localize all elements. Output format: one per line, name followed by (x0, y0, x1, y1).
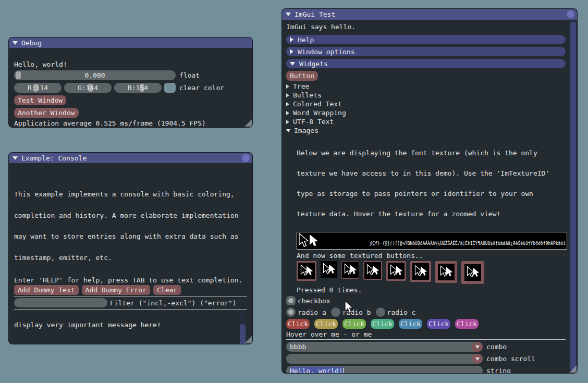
resize-grip[interactable] (244, 336, 252, 343)
click-button-7[interactable]: Click (455, 319, 479, 329)
hello-world-text: Hello, world! (14, 61, 247, 68)
radio-a-label: radio a (298, 308, 326, 316)
add-dummy-error-button[interactable]: Add Dummy Error (82, 285, 150, 295)
blue-value: B:154 (128, 84, 148, 92)
red-value: R:114 (28, 84, 48, 92)
image-button[interactable] (363, 261, 382, 280)
combo-scroll-row: combo scroll (286, 354, 566, 364)
header-window-options[interactable]: Window options (286, 47, 566, 56)
expand-arrow-icon (286, 84, 289, 89)
cursor-glyphs-icon (297, 232, 320, 249)
combo-arrow-button[interactable] (472, 354, 483, 364)
collapse-arrow-icon[interactable] (13, 156, 18, 160)
green-value: G:144 (78, 84, 98, 92)
chevron-down-icon (475, 345, 480, 349)
tree-node-utf8-text[interactable]: UTF-8 Text (286, 118, 566, 125)
window-scrollbar[interactable] (570, 20, 577, 372)
fps-stats-text: Application average 0.525 ms/frame (1904… (14, 120, 247, 127)
collapse-arrow-icon[interactable] (13, 41, 18, 45)
image-button[interactable] (435, 261, 457, 283)
string-input[interactable]: Hello, world! (286, 366, 483, 374)
hover-text: Hover over me - or me (286, 331, 566, 338)
images-description-text: Below we are displaying the font texture… (297, 136, 566, 231)
tree-node-colored-text[interactable]: Colored Text (286, 101, 566, 107)
image-button[interactable] (410, 261, 431, 282)
green-slider[interactable]: G:144 (64, 83, 112, 93)
window-title: ImGui Test (295, 10, 335, 18)
image-button[interactable] (461, 261, 484, 284)
red-slider[interactable]: R:114 (14, 83, 62, 93)
radio-a[interactable] (286, 307, 296, 317)
tree-node-word-wrapping[interactable]: Word Wrapping (286, 109, 566, 116)
header-help[interactable]: Help (286, 35, 566, 44)
image-button[interactable] (386, 261, 406, 281)
expand-arrow-icon[interactable] (290, 37, 293, 42)
tree-node-tree[interactable]: Tree (286, 83, 566, 90)
header-widgets[interactable]: Widgets (286, 59, 566, 68)
combo-box[interactable]: bbbb (286, 342, 483, 352)
debug-titlebar[interactable]: Debug (9, 38, 252, 48)
test-window-button[interactable]: Test Window (14, 95, 66, 105)
combo-scroll-label: combo scroll (486, 355, 535, 363)
radio-b[interactable] (331, 307, 340, 317)
console-help-text: Enter 'HELP' for help, press TAB to use … (14, 277, 247, 283)
resize-grip[interactable] (569, 365, 577, 373)
radio-c[interactable] (376, 307, 385, 317)
pressed-count-text: Pressed 0 times. (297, 287, 566, 293)
separator (286, 339, 566, 340)
console-titlebar[interactable]: Example: Console (9, 153, 252, 163)
imgui-test-window: ImGui Test ImGui says hello. Help Window… (281, 8, 578, 374)
click-button-4[interactable]: Click (371, 319, 394, 329)
window-scrollbar-thumb[interactable] (570, 21, 576, 371)
click-button-3[interactable]: Click (342, 319, 366, 329)
console-window: Example: Console This example implements… (8, 152, 253, 344)
expand-arrow-icon[interactable] (290, 49, 293, 54)
string-input-label: string (486, 367, 511, 374)
font-texture-image[interactable]: ýÇf}·{ÿj()[]‖%ÝBÑòÙÓóÃÂÀÀô½¼ÙÚŽŠÂÉÊ/å|ÈÞ… (297, 232, 567, 250)
window-title: Debug (21, 39, 42, 47)
image-button[interactable] (341, 261, 359, 279)
console-intro-text: This example implements a console with b… (14, 177, 247, 275)
chevron-down-icon (475, 357, 480, 361)
log-line: some text (14, 343, 247, 344)
hello-text: ImGui says hello. (286, 23, 566, 30)
text-caret (343, 368, 344, 374)
combo-row: bbbb combo (286, 342, 566, 352)
checkbox-row: checkbox (286, 296, 566, 305)
blue-slider[interactable]: B:154 (114, 83, 162, 93)
another-window-button[interactable]: Another Window (14, 108, 79, 118)
image-button[interactable] (321, 261, 337, 278)
filter-input[interactable] (14, 298, 107, 307)
tree-node-bullets[interactable]: Bullets (286, 92, 566, 98)
image-button[interactable] (297, 261, 316, 281)
tree-node-images[interactable]: Images (286, 127, 566, 134)
close-icon[interactable] (567, 10, 574, 18)
slider-grab[interactable] (16, 71, 21, 79)
checkbox[interactable] (286, 296, 296, 305)
expand-arrow-icon (286, 93, 289, 97)
console-log[interactable]: display very important message here! som… (14, 311, 247, 344)
window-title: Example: Console (21, 154, 87, 162)
font-texture-glyphs: ýÇf}·{ÿj()[]‖%ÝBÑòÙÓóÃÂÀÀô½¼ÙÚŽŠÂÉÊ/å|ÈÞ… (320, 232, 567, 249)
combo-arrow-button[interactable] (472, 342, 483, 352)
collapse-arrow-icon[interactable] (286, 13, 291, 16)
float-slider-label: float (179, 71, 200, 79)
combo-label: combo (486, 343, 507, 351)
click-buttons-row: Click Click Click Click Click Click Clic… (286, 319, 566, 329)
button-widget[interactable]: Button (286, 71, 318, 81)
test-titlebar[interactable]: ImGui Test (282, 9, 577, 20)
click-button-2[interactable]: Click (314, 319, 338, 329)
close-icon[interactable] (242, 154, 250, 162)
resize-grip[interactable] (244, 119, 252, 127)
clear-button[interactable]: Clear (153, 285, 181, 295)
float-slider[interactable]: 0.000 (14, 70, 176, 80)
click-button-5[interactable]: Click (399, 319, 422, 329)
click-button-1[interactable]: Click (286, 319, 310, 329)
click-button-6[interactable]: Click (427, 319, 450, 329)
collapse-arrow-icon[interactable] (290, 62, 295, 66)
combo-scroll-box[interactable] (286, 354, 483, 364)
add-dummy-text-button[interactable]: Add Dummy Text (14, 285, 79, 295)
radio-c-label: radio c (387, 308, 416, 316)
color-swatch[interactable] (164, 83, 176, 93)
mouse-cursor-icon (344, 300, 354, 315)
